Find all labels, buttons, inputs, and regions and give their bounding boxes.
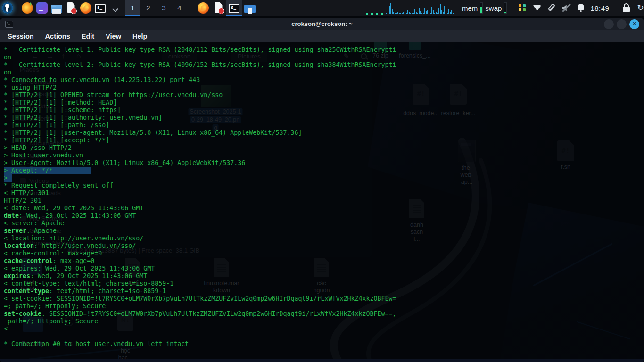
swap-usage-bar[interactable]: [504, 2, 507, 14]
network-graph[interactable]: [386, 2, 457, 14]
terminal-line: [4, 333, 644, 340]
terminal-line: content-type: text/html; charset=iso-885…: [4, 288, 644, 295]
menu-view[interactable]: View: [106, 33, 121, 40]
tray-notifications-bell[interactable]: [575, 1, 586, 15]
terminal-line: =; path=/; Httponly; Secure: [4, 303, 644, 310]
files-icon: [244, 5, 256, 13]
terminal-line: * using HTTP/2: [4, 84, 644, 91]
launcher-chevron-down[interactable]: [107, 0, 122, 16]
terminal-icon: [229, 4, 239, 13]
launcher-file-manager[interactable]: [49, 0, 64, 16]
graph-bar: [417, 13, 418, 14]
task-text-editor[interactable]: [211, 0, 226, 16]
terminal-line: * Connected to user.vnedu.vn (14.225.13.…: [4, 76, 644, 84]
graph-bar: [405, 13, 405, 14]
task-firefox[interactable]: [195, 0, 211, 16]
volume-muted-icon: [561, 2, 572, 14]
graph-bar: [410, 13, 411, 14]
close-button[interactable]: [629, 19, 639, 29]
maximize-button[interactable]: [617, 19, 627, 29]
terminal-line: * [HTTP/2] [1] [:authority: user.vnedu.v…: [4, 114, 644, 122]
terminal-line: * Request completely sent off: [4, 182, 644, 189]
terminal-line: * Certificate level 2: Public key type R…: [4, 61, 644, 69]
graph-bar: [397, 12, 398, 14]
terminal-output[interactable]: * Certificate level 1: Public key type R…: [0, 42, 644, 359]
tray-wifi[interactable]: [531, 1, 543, 15]
graph-bar: [389, 6, 390, 14]
workspace-3[interactable]: 3: [156, 0, 172, 16]
activity-leds: [366, 13, 383, 15]
notifications-bell-icon: [575, 2, 586, 14]
session-tray: [621, 1, 644, 15]
terminal-window-border: [0, 359, 644, 362]
menu-actions[interactable]: Actions: [45, 33, 70, 40]
wifi-icon: [531, 2, 543, 14]
terminal-line: < content-type: text/html; charset=iso-8…: [4, 280, 644, 288]
tray-apps-grid[interactable]: [517, 1, 528, 15]
window-title: crokson@crokson: ~: [0, 18, 644, 30]
workspace-2[interactable]: 2: [140, 0, 156, 16]
launcher-text-editor[interactable]: [64, 0, 78, 16]
launcher-firefox[interactable]: [78, 0, 93, 16]
graph-bar: [441, 10, 442, 14]
terminal-line: > User-Agent: Mozilla/5.0 (X11; Linux x8…: [4, 159, 644, 167]
terminal-line: cache-control: max-age=0: [4, 257, 644, 265]
panel-status-area: mem swap 18:49: [366, 0, 644, 16]
tray-lock[interactable]: [621, 1, 632, 15]
menu-session[interactable]: Session: [8, 33, 34, 40]
graph-bar: [437, 13, 438, 14]
graph-bar: [419, 8, 420, 14]
graph-bar: [431, 7, 432, 14]
menu-help[interactable]: Help: [132, 33, 147, 40]
launcher-window-app[interactable]: [34, 0, 49, 16]
graph-bar: [450, 12, 451, 14]
task-files[interactable]: [242, 0, 257, 16]
panel-separator: [511, 3, 511, 13]
lock-icon: [621, 2, 632, 14]
terminal-line: * [HTTP/2] [1] OPENED stream for https:/…: [4, 91, 644, 99]
graph-bar: [448, 9, 449, 14]
graph-bar: [438, 8, 439, 14]
terminal-line: date: Wed, 29 Oct 2025 11:43:06 GMT: [4, 212, 644, 220]
panel-launchers: 1234: [0, 0, 257, 16]
terminal-line: * Connection #0 to host user.vnedu.vn le…: [4, 340, 644, 348]
terminal-line: server: Apache: [4, 227, 644, 235]
tray-volume-muted[interactable]: [561, 1, 572, 15]
window-controls: [604, 19, 639, 29]
mem-usage-bar[interactable]: [480, 2, 483, 14]
workspace-1[interactable]: 1: [125, 0, 140, 16]
terminal-line: * Certificate level 1: Public key type R…: [4, 46, 644, 54]
graph-bar: [427, 10, 428, 14]
sparkle-app-icon: [22, 2, 33, 14]
led-dot: [381, 13, 383, 15]
terminal-line: * [HTTP/2] [1] [user-agent: Mozilla/5.0 …: [4, 129, 644, 137]
menu-edit[interactable]: Edit: [82, 33, 94, 40]
graph-bar: [420, 11, 421, 14]
graph-bar: [414, 9, 415, 14]
screen: 76.zipforensics_...ddos_mode...restore_k…: [0, 0, 644, 362]
workspace-4[interactable]: 4: [172, 0, 187, 16]
task-terminal[interactable]: [226, 0, 242, 16]
apps-grid-icon: [517, 2, 528, 14]
graph-bar: [451, 10, 452, 14]
window-app-icon: [36, 2, 48, 14]
terminal-line: > Accept: */*: [4, 167, 644, 174]
text-editor-icon: [66, 2, 77, 14]
launcher-kali-menu[interactable]: [0, 0, 15, 16]
tray-refresh[interactable]: [636, 1, 644, 15]
terminal-line: set-cookie: SESSIONID=!t7RYSC0+oLM7W0rXb…: [4, 310, 644, 318]
clock[interactable]: 18:49: [590, 4, 609, 12]
graph-bar: [426, 11, 427, 14]
graph-bar: [421, 13, 422, 14]
terminal-titlebar[interactable]: crokson@crokson: ~: [0, 18, 644, 30]
tray-paperclip[interactable]: [546, 1, 557, 15]
panel-shadow: [0, 16, 644, 18]
launcher-sparkle-app[interactable]: [20, 0, 34, 16]
minimize-button[interactable]: [604, 19, 614, 29]
launcher-terminal[interactable]: [93, 0, 107, 16]
firefox-icon: [80, 2, 91, 14]
graph-bar: [393, 12, 394, 14]
graph-bar: [416, 12, 417, 14]
terminal-line: < set-cookie: SESSIONID=!t7RYSC0+oLM7W0r…: [4, 295, 644, 303]
chevron-down-icon: [112, 7, 118, 12]
